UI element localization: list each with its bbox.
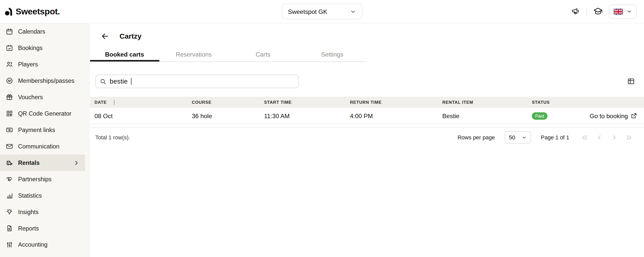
chevron-down-icon (522, 135, 527, 140)
language-selector[interactable] (609, 4, 637, 19)
sidebar-item-accounting[interactable]: Accounting (0, 237, 90, 253)
sidebar-item-memberships[interactable]: Memberships/passes (0, 72, 90, 89)
page-header: Cartzy (101, 32, 644, 41)
sidebar-item-calendars[interactable]: Calendars (0, 23, 90, 40)
next-page-button[interactable] (610, 134, 618, 141)
tab-reservations[interactable]: Reservations (159, 47, 228, 61)
gift-icon (6, 93, 13, 101)
status-badge: Paid (532, 112, 548, 120)
app-window: Sweetspot. Sweetspot GK (0, 0, 644, 257)
sidebar-item-players[interactable]: Players (0, 56, 90, 72)
chevron-right-icon (73, 160, 80, 166)
players-icon (6, 61, 13, 68)
sidebar-item-communication[interactable]: Communication (0, 138, 90, 155)
membership-heart-icon (6, 77, 13, 84)
column-header-date: DATE (94, 97, 106, 108)
golf-cart-icon (6, 159, 13, 166)
topbar-divider (587, 8, 587, 15)
academy-button[interactable] (593, 7, 603, 16)
sweetspot-logo-icon (5, 7, 13, 16)
chevron-down-icon (626, 9, 632, 14)
sidebar-item-insights[interactable]: Insights (0, 204, 90, 220)
page-title: Cartzy (119, 32, 141, 41)
search-input[interactable]: bestie (95, 75, 299, 88)
handshake-icon (6, 175, 13, 183)
lightbulb-icon (6, 208, 13, 216)
rows-per-page-label: Rows per page (458, 134, 495, 140)
tab-bar: Booked carts Reservations Carts Settings (90, 47, 367, 62)
previous-page-button[interactable] (595, 134, 603, 141)
topbar-actions (571, 4, 637, 19)
tab-booked-carts[interactable]: Booked carts (90, 47, 159, 61)
sweetspot-logo[interactable]: Sweetspot. (5, 7, 60, 16)
sidebar-item-label: QR Code Generator (18, 110, 71, 117)
sidebar-item-statistics[interactable]: Statistics (0, 187, 90, 204)
go-to-booking-label: Go to booking (590, 108, 628, 123)
envelope-icon (6, 143, 13, 150)
sliders-icon (6, 241, 13, 248)
table-footer: Total 1 row(s). Rows per page 50 Page 1 … (90, 130, 644, 145)
sidebar-item-label: Bookings (18, 45, 42, 51)
column-header-status: STATUS (532, 97, 550, 108)
sidebar-item-vouchers[interactable]: Vouchers (0, 89, 90, 105)
view-toggle-button[interactable] (627, 78, 635, 85)
sidebar-item-partnerships[interactable]: Partnerships (0, 171, 90, 187)
last-page-button[interactable] (625, 134, 633, 141)
page-indicator: Page 1 of 1 (541, 134, 569, 140)
sidebar-item-label: Players (18, 61, 38, 68)
sidebar-item-qr-code-generator[interactable]: QR Code Generator (0, 105, 90, 122)
sidebar-item-label: Partnerships (18, 176, 51, 183)
table-bottom-border (90, 124, 644, 127)
payment-link-icon (6, 126, 13, 134)
sidebar-item-bookings[interactable]: Bookings (0, 40, 90, 56)
sidebar-item-label: Reports (18, 225, 39, 232)
back-button[interactable] (101, 32, 109, 41)
toolbar: bestie (90, 75, 644, 88)
sidebar-item-label: Accounting (18, 241, 48, 248)
table-row[interactable]: 08 Oct 36 hole 11:30 AM 4:00 PM Bestie P… (90, 108, 644, 124)
next-page-icon (610, 134, 618, 141)
sidebar-item-label: Memberships/passes (18, 78, 74, 84)
tab-carts[interactable]: Carts (228, 47, 298, 61)
pagination-controls (581, 134, 633, 141)
cell-start-time: 11:30 AM (264, 108, 290, 124)
column-header-course: COURSE (192, 97, 211, 108)
external-link-icon (631, 113, 637, 119)
go-to-booking-link[interactable]: Go to booking (590, 108, 637, 123)
previous-page-icon (595, 134, 603, 141)
kebab-menu-icon (111, 99, 117, 105)
column-header-return-time: RETURN TIME (350, 97, 381, 108)
column-header-start-time: START TIME (264, 97, 292, 108)
column-menu-icon[interactable] (111, 97, 117, 108)
sidebar-item-label: Calendars (18, 28, 45, 35)
tab-settings[interactable]: Settings (297, 47, 367, 61)
booking-calendar-icon (6, 44, 13, 52)
bar-chart-icon (6, 192, 13, 199)
club-selector-value: Sweetspot GK (288, 8, 327, 15)
table-view-icon (627, 78, 635, 85)
sidebar-item-label: Insights (18, 209, 38, 215)
sidebar-item-label: Communication (18, 143, 59, 150)
arrow-left-icon (101, 32, 109, 41)
sidebar-item-payment-links[interactable]: Payment links (0, 122, 90, 138)
document-icon (6, 225, 13, 232)
sidebar-item-label: Statistics (18, 192, 42, 199)
megaphone-icon (571, 7, 581, 16)
uk-flag-icon (614, 8, 623, 14)
search-icon (100, 78, 106, 85)
cell-return-time: 4:00 PM (350, 108, 373, 124)
sidebar-item-rentals[interactable]: Rentals (0, 155, 85, 171)
sidebar-item-reports[interactable]: Reports (0, 220, 90, 237)
cell-course: 36 hole (192, 108, 212, 124)
announcements-button[interactable] (571, 7, 581, 16)
rows-per-page-value: 50 (509, 134, 515, 141)
rows-per-page-select[interactable]: 50 (505, 131, 531, 144)
sidebar-item-label: Payment links (18, 127, 55, 133)
first-page-button[interactable] (581, 134, 589, 141)
logo-text: Sweetspot. (16, 7, 60, 16)
sidebar-item-label: Rentals (18, 160, 39, 166)
total-rows-text: Total 1 row(s). (95, 134, 130, 140)
club-selector-dropdown[interactable]: Sweetspot GK (282, 4, 362, 19)
cell-rental-item: Bestie (442, 108, 460, 124)
calendar-icon (6, 28, 13, 35)
